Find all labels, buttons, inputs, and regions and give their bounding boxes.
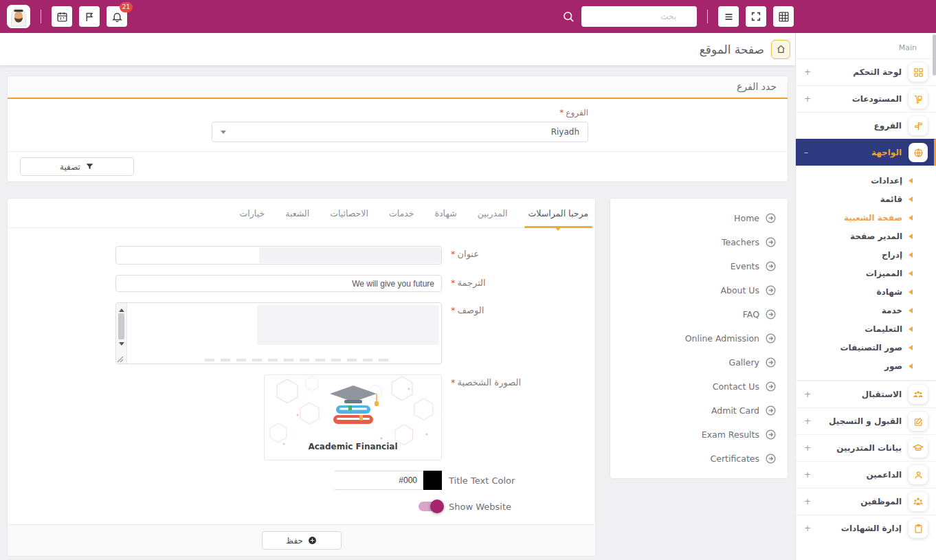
circled-arrow-icon (765, 236, 777, 248)
expand-icon: + (804, 390, 811, 399)
form-footer: حفظ (8, 524, 595, 556)
menu-button[interactable] (718, 6, 739, 27)
logo-caption: Academic Financial (265, 442, 441, 451)
sidebar-item-trainees[interactable]: بيانات المتدربين + (796, 434, 936, 461)
scrollbar-thumb[interactable] (118, 313, 124, 339)
search-input[interactable] (581, 6, 697, 27)
page-link-label: Teachers (722, 237, 759, 247)
page-link-gallery[interactable]: Gallery (621, 350, 777, 374)
submenu-item-settings[interactable]: إعدادات (796, 171, 936, 190)
sidebar-item-supporters[interactable]: الداعمين + (796, 461, 936, 488)
page-link-teachers[interactable]: Teachers (621, 230, 777, 254)
edit-pencil-icon (909, 412, 928, 431)
page-link-events[interactable]: Events (621, 254, 777, 278)
color-value-input[interactable] (334, 471, 423, 490)
circled-arrow-icon (765, 309, 777, 320)
sidebar-item-branches[interactable]: الفروع (796, 112, 936, 139)
page-link-about-us[interactable]: About Us (621, 278, 777, 302)
calendar-icon (56, 11, 68, 23)
bell-icon (111, 11, 123, 23)
scroll-down-icon[interactable] (119, 342, 124, 348)
page-link-admit-card[interactable]: Admit Card (621, 399, 777, 423)
submenu-item-certificate[interactable]: شهادة (796, 282, 936, 301)
page-link-faq[interactable]: FAQ (621, 302, 777, 326)
submenu-item-images[interactable]: صور (796, 357, 936, 375)
triangle-bullet-icon (909, 289, 913, 295)
page-link-certificates[interactable]: Certificates (621, 447, 777, 471)
sidebar-item-certificate-management[interactable]: إدارة الشهادات + (796, 515, 936, 541)
tab-section[interactable]: الشعبة (285, 208, 309, 227)
sidebar-item-admission[interactable]: القبول و التسجيل + (796, 407, 936, 434)
sidebar-item-label: الفروع (811, 121, 902, 131)
textarea-scrollbar[interactable] (116, 303, 127, 363)
tab-services[interactable]: خدمات (389, 208, 414, 227)
page-link-label: Home (734, 213, 759, 223)
submenu-item-section-page[interactable]: صفحة الشعبية (796, 208, 936, 227)
frontend-submenu: إعدادات قائمة صفحة الشعبية المدير صفحة إ… (796, 166, 936, 381)
triangle-bullet-icon (909, 308, 913, 313)
save-button[interactable]: حفظ (262, 531, 342, 550)
submenu-item-manager-page[interactable]: المدير صفحة (796, 227, 936, 245)
tab-options[interactable]: خيارات (240, 208, 265, 227)
submenu-item-category-images[interactable]: صور التصنيفات (796, 338, 936, 357)
triangle-bullet-icon (909, 215, 913, 221)
submenu-item-features[interactable]: المميزات (796, 264, 936, 282)
triangle-bullet-icon (909, 326, 913, 332)
globe-icon (909, 143, 928, 162)
sidebar-item-label: الواجهة (815, 148, 902, 157)
fullscreen-button[interactable] (746, 6, 766, 27)
page-link-online-admission[interactable]: Online Admission (621, 326, 777, 350)
page-scrollbar-thumb[interactable] (933, 34, 936, 76)
submenu-label: صور (884, 361, 902, 371)
tab-trainers[interactable]: المدربين (478, 208, 508, 227)
tab-statistics[interactable]: الاحصائيات (330, 208, 368, 227)
submenu-item-instructions[interactable]: التعليمات (796, 320, 936, 338)
topbar-separator (41, 10, 41, 23)
expand-icon: + (804, 443, 811, 453)
tab-welcome-messages[interactable]: مرحبا المراسلات (528, 208, 588, 227)
redacted-text-block (259, 247, 441, 263)
people-group-icon (909, 385, 928, 404)
sidebar-item-label: لوحة التحكم (818, 67, 902, 77)
translation-input[interactable] (115, 275, 442, 292)
resize-handle-icon[interactable] (117, 356, 124, 363)
circled-arrow-icon (765, 260, 777, 272)
flag-button[interactable] (79, 6, 100, 27)
page-link-exam-results[interactable]: Exam Results (621, 423, 777, 447)
apps-grid-button[interactable] (773, 6, 794, 27)
sidebar-item-frontend[interactable]: الواجهة – (796, 139, 936, 166)
sidebar-item-employees[interactable]: الموظفين + (796, 488, 936, 515)
calendar-button[interactable] (52, 6, 72, 27)
show-website-toggle[interactable] (419, 502, 442, 511)
toggle-knob[interactable] (430, 500, 444, 513)
submenu-item-list[interactable]: قائمة (796, 190, 936, 208)
required-asterisk: * (451, 249, 456, 259)
title-input[interactable] (115, 246, 442, 265)
sidebar-item-warehouses[interactable]: المستودعات + (796, 85, 936, 112)
hamburger-icon (723, 11, 735, 23)
triangle-bullet-icon (909, 345, 913, 350)
submenu-item-service[interactable]: خدمة (796, 301, 936, 320)
page-link-contact-us[interactable]: Contact Us (621, 374, 777, 399)
user-avatar[interactable] (7, 5, 30, 28)
page-link-home[interactable]: Home (621, 206, 777, 230)
circled-arrow-icon (765, 453, 777, 464)
notifications-button[interactable]: 21 (107, 6, 127, 27)
scroll-up-icon[interactable] (119, 306, 124, 312)
submenu-item-insert[interactable]: إدراج (796, 245, 936, 264)
sidebar-item-dashboard[interactable]: لوحة التحكم + (796, 58, 936, 85)
color-swatch[interactable] (423, 471, 442, 490)
description-textarea[interactable] (115, 302, 442, 364)
submenu-label: المدير صفحة (850, 232, 902, 241)
dashboard-icon (909, 63, 928, 82)
circled-arrow-icon (765, 429, 777, 440)
sidebar-item-reception[interactable]: الاستقبال + (796, 381, 936, 407)
branch-field-label: الفروع* (212, 108, 588, 117)
logo-image-preview[interactable]: Academic Financial (264, 374, 442, 460)
signpost-icon (909, 116, 928, 135)
triangle-bullet-icon (909, 197, 913, 202)
flag-icon (84, 11, 96, 23)
filter-button[interactable]: تصفية (20, 157, 134, 176)
tab-certificate[interactable]: شهادة (435, 208, 457, 227)
branch-select[interactable]: Riyadh (212, 122, 588, 142)
